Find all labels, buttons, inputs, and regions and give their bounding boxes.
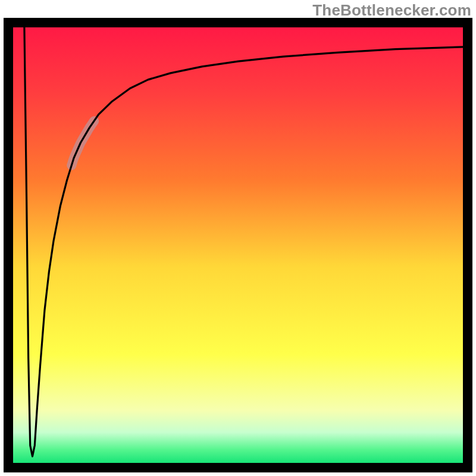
- plot-background: [13, 27, 463, 463]
- chart-stage: TheBottlenecker.com: [0, 0, 476, 476]
- bottleneck-chart: [0, 0, 476, 476]
- watermark-text: TheBottlenecker.com: [312, 1, 471, 20]
